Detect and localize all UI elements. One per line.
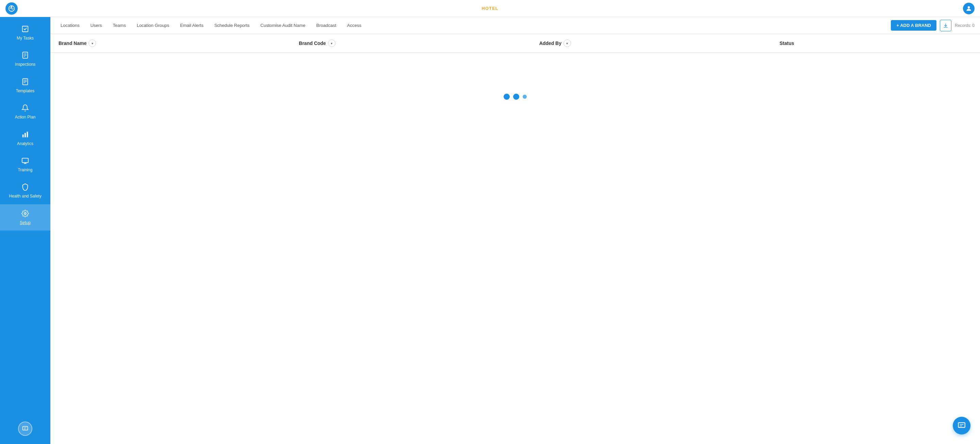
- analytics-icon: [21, 131, 29, 139]
- col-brand-name-label: Brand Name: [59, 40, 86, 46]
- col-brand-name: Brand Name ▾: [59, 40, 299, 47]
- sub-navigation: Locations Users Teams Location Groups Em…: [50, 17, 980, 34]
- svg-point-18: [24, 212, 26, 214]
- table-header: Brand Name ▾ Brand Code ▾ Added By ▾ Sta…: [50, 34, 980, 53]
- svg-rect-23: [958, 423, 965, 427]
- sidebar-label-health-safety: Health and Safety: [9, 194, 41, 198]
- col-brand-code-label: Brand Code: [299, 40, 326, 46]
- added-by-filter-btn[interactable]: ▾: [563, 40, 571, 47]
- download-button[interactable]: [940, 20, 951, 31]
- svg-point-2: [968, 6, 970, 8]
- sidebar-label-analytics: Analytics: [17, 141, 33, 146]
- sidebar-item-training[interactable]: Training: [0, 152, 50, 178]
- subnav-users[interactable]: Users: [86, 20, 107, 30]
- top-bar-right: [963, 3, 975, 14]
- inspections-icon: [21, 51, 29, 60]
- sidebar-item-action-plan[interactable]: Action Plan: [0, 99, 50, 125]
- sidebar-item-health-safety[interactable]: Health and Safety: [0, 178, 50, 204]
- sidebar-item-setup[interactable]: Setup: [0, 204, 50, 230]
- logo-area: [5, 2, 18, 14]
- app-logo-icon[interactable]: [5, 2, 18, 14]
- svg-rect-13: [24, 133, 26, 137]
- subnav-access[interactable]: Access: [342, 20, 366, 30]
- col-added-by: Added By ▾: [539, 40, 780, 47]
- add-brand-button[interactable]: + ADD A BRAND: [891, 20, 936, 30]
- col-brand-code: Brand Code ▾: [299, 40, 539, 47]
- health-safety-icon: [21, 183, 29, 192]
- col-status-label: Status: [780, 40, 794, 46]
- subnav-location-groups[interactable]: Location Groups: [132, 20, 174, 30]
- loading-dot-1: [504, 94, 510, 100]
- sidebar-label-setup: Setup: [20, 220, 30, 225]
- subnav-customise-audit-name[interactable]: Customise Audit Name: [256, 20, 310, 30]
- records-count: Records: 0: [955, 23, 975, 28]
- float-chat-button[interactable]: [953, 417, 970, 434]
- top-bar-center: HOTEL: [482, 6, 498, 11]
- svg-rect-3: [22, 26, 28, 32]
- sidebar-label-templates: Templates: [16, 88, 35, 93]
- svg-rect-8: [23, 79, 28, 85]
- sidebar-item-analytics[interactable]: Analytics: [0, 125, 50, 152]
- subnav-broadcast[interactable]: Broadcast: [312, 20, 341, 30]
- col-added-by-label: Added By: [539, 40, 562, 46]
- loading-dots: [504, 94, 527, 100]
- svg-rect-19: [23, 426, 28, 430]
- sidebar-label-action-plan: Action Plan: [15, 115, 36, 120]
- user-avatar[interactable]: [963, 3, 975, 14]
- sidebar-bottom: [0, 416, 50, 441]
- sidebar-label-my-tasks: My Tasks: [17, 36, 34, 40]
- brand-code-filter-btn[interactable]: ▾: [328, 40, 336, 47]
- table-area: Brand Name ▾ Brand Code ▾ Added By ▾ Sta…: [50, 34, 980, 444]
- loading-dot-3: [523, 95, 527, 99]
- svg-rect-14: [27, 131, 28, 137]
- brand-name-filter-btn[interactable]: ▾: [89, 40, 96, 47]
- sidebar-item-templates[interactable]: Templates: [0, 72, 50, 99]
- sidebar-label-inspections: Inspections: [15, 62, 36, 67]
- sidebar-item-inspections[interactable]: Inspections: [0, 46, 50, 72]
- svg-rect-12: [22, 134, 24, 137]
- sidebar-item-my-tasks[interactable]: My Tasks: [0, 20, 50, 46]
- loading-container: [50, 53, 980, 141]
- top-bar: HOTEL: [0, 0, 980, 17]
- sidebar-items: My Tasks Inspections: [0, 20, 50, 230]
- sub-nav-actions: + ADD A BRAND Records: 0: [891, 20, 975, 31]
- sidebar-chat-button[interactable]: [18, 422, 32, 436]
- hotel-name-label: HOTEL: [482, 6, 498, 11]
- action-plan-icon: [21, 104, 29, 113]
- subnav-schedule-reports[interactable]: Schedule Reports: [210, 20, 254, 30]
- sidebar: My Tasks Inspections: [0, 17, 50, 444]
- training-icon: [21, 157, 29, 166]
- content-area: Locations Users Teams Location Groups Em…: [50, 17, 980, 444]
- templates-icon: [21, 78, 29, 86]
- setup-icon: [21, 210, 29, 218]
- my-tasks-icon: [21, 25, 29, 34]
- svg-rect-15: [22, 158, 28, 163]
- col-status: Status: [780, 40, 972, 46]
- subnav-teams[interactable]: Teams: [108, 20, 130, 30]
- subnav-email-alerts[interactable]: Email Alerts: [175, 20, 208, 30]
- svg-point-1: [11, 6, 13, 8]
- loading-dot-2: [513, 94, 519, 100]
- main-layout: My Tasks Inspections: [0, 17, 980, 444]
- subnav-locations[interactable]: Locations: [56, 20, 84, 30]
- sidebar-label-training: Training: [18, 168, 33, 172]
